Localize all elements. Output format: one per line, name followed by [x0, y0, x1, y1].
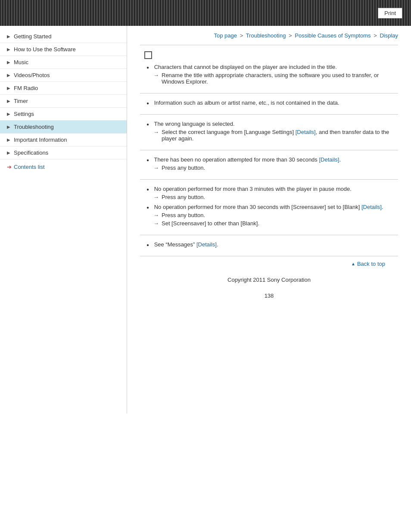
- bullet-text: There has been no operation attempted fo…: [154, 156, 341, 163]
- sidebar-item-settings[interactable]: ▶ Settings: [0, 108, 127, 121]
- section-1: Characters that cannot be displayed on t…: [140, 45, 398, 93]
- breadcrumb: Top page > Troubleshooting > Possible Ca…: [140, 30, 398, 39]
- breadcrumb-display[interactable]: Display: [380, 32, 398, 39]
- arrow-icon: ▶: [7, 124, 10, 129]
- list-item: Characters that cannot be displayed on t…: [144, 64, 398, 85]
- arrow-point: Press any button.: [153, 165, 398, 171]
- details-link[interactable]: [Details]: [319, 156, 339, 163]
- bullet-text: No operation performed for more than 3 m…: [154, 186, 352, 192]
- print-button[interactable]: Print: [378, 8, 402, 19]
- section-4: There has been no operation attempted fo…: [140, 150, 398, 179]
- list-item: Information such as album or artist name…: [144, 100, 398, 106]
- arrow-point-text: Set [Screensaver] to other than [Blank].: [162, 220, 259, 227]
- footer-bar: Back to top: [140, 256, 398, 271]
- section-icon: [144, 51, 152, 59]
- details-link[interactable]: [Details]: [296, 129, 316, 135]
- arrow-point-text: Press any button.: [162, 212, 205, 218]
- sidebar-item-label: Troubleshooting: [14, 124, 54, 130]
- sidebar-item-music[interactable]: ▶ Music: [0, 56, 127, 69]
- bullet-list: The wrong language is selected. Select t…: [144, 121, 398, 142]
- bullet-text: Characters that cannot be displayed on t…: [154, 64, 337, 70]
- main-content: Top page > Troubleshooting > Possible Ca…: [127, 26, 411, 414]
- details-link[interactable]: [Details]: [196, 241, 217, 248]
- sidebar-item-label: FM Radio: [14, 85, 38, 91]
- arrow-point-3: Set [Screensaver] to other than [Blank].: [153, 220, 398, 227]
- bullet-text: See “Messages” [Details].: [154, 241, 218, 248]
- arrow-icon: ▶: [7, 86, 10, 90]
- section-3: The wrong language is selected. Select t…: [140, 114, 398, 150]
- sidebar-item-label: How to Use the Software: [14, 46, 76, 53]
- bullet-text: The wrong language is selected.: [154, 121, 234, 127]
- breadcrumb-sep1: >: [240, 32, 243, 39]
- sidebar-item-how-to-use[interactable]: ▶ How to Use the Software: [0, 43, 127, 56]
- contents-list-arrow-icon: ➔: [7, 164, 12, 170]
- sidebar-item-label: Important Information: [14, 137, 67, 143]
- list-item: The wrong language is selected. Select t…: [144, 121, 398, 142]
- sidebar-item-specifications[interactable]: ▶ Specifications: [0, 146, 127, 159]
- sidebar-item-label: Videos/Photos: [14, 72, 50, 78]
- bullet-list: See “Messages” [Details].: [144, 241, 398, 248]
- sidebar-item-label: Getting Started: [14, 33, 51, 40]
- arrow-point-text: Press any button.: [162, 165, 205, 171]
- arrow-icon: ▶: [7, 73, 10, 78]
- arrow-icon: ▶: [7, 137, 10, 142]
- sidebar-item-label: Timer: [14, 98, 28, 104]
- arrow-icon: ▶: [7, 47, 10, 52]
- arrow-icon: ▶: [7, 150, 10, 155]
- arrow-point-text: Select the correct language from [Langua…: [162, 129, 398, 142]
- breadcrumb-top-page[interactable]: Top page: [214, 32, 237, 39]
- list-item: See “Messages” [Details].: [144, 241, 398, 248]
- page-number: 138: [140, 288, 398, 303]
- contents-list-link[interactable]: ➔ Contents list: [0, 159, 127, 173]
- arrow-point-text: Rename the title with appropriate charac…: [162, 72, 398, 85]
- sidebar-item-fm-radio[interactable]: ▶ FM Radio: [0, 82, 127, 95]
- bullet-list: Information such as album or artist name…: [144, 100, 398, 106]
- bullet-list: Characters that cannot be displayed on t…: [144, 64, 398, 85]
- breadcrumb-troubleshooting[interactable]: Troubleshooting: [246, 32, 286, 39]
- arrow-point-2: Press any button.: [153, 212, 398, 218]
- sidebar: ▶ Getting Started ▶ How to Use the Softw…: [0, 26, 127, 414]
- arrow-icon: ▶: [7, 34, 10, 39]
- arrow-point-text: Press any button.: [162, 194, 205, 200]
- sidebar-item-timer[interactable]: ▶ Timer: [0, 95, 127, 108]
- breadcrumb-sep2: >: [289, 32, 292, 39]
- sidebar-item-label: Settings: [14, 111, 34, 117]
- sidebar-item-troubleshooting[interactable]: ▶ Troubleshooting: [0, 121, 127, 134]
- breadcrumb-possible-causes[interactable]: Possible Causes of Symptoms: [295, 32, 371, 39]
- sidebar-item-videos-photos[interactable]: ▶ Videos/Photos: [0, 69, 127, 82]
- arrow-point: Select the correct language from [Langua…: [153, 129, 398, 142]
- section-6: See “Messages” [Details].: [140, 235, 398, 256]
- list-item: No operation performed for more than 30 …: [144, 204, 398, 227]
- contents-list-label: Contents list: [14, 164, 45, 170]
- sidebar-item-getting-started[interactable]: ▶ Getting Started: [0, 30, 127, 43]
- header-bar: Print: [0, 0, 411, 26]
- section-2: Information such as album or artist name…: [140, 93, 398, 114]
- arrow-point: Rename the title with appropriate charac…: [153, 72, 398, 85]
- page-layout: ▶ Getting Started ▶ How to Use the Softw…: [0, 26, 411, 414]
- bullet-text: No operation performed for more than 30 …: [154, 204, 383, 210]
- back-to-top-link[interactable]: Back to top: [351, 261, 385, 267]
- bullet-list: There has been no operation attempted fo…: [144, 156, 398, 171]
- list-item: No operation performed for more than 3 m…: [144, 186, 398, 200]
- arrow-point-1: Press any button.: [153, 194, 398, 200]
- arrow-icon: ▶: [7, 99, 10, 103]
- bullet-list: No operation performed for more than 3 m…: [144, 186, 398, 227]
- sidebar-item-important-information[interactable]: ▶ Important Information: [0, 134, 127, 146]
- list-item: There has been no operation attempted fo…: [144, 156, 398, 171]
- sidebar-item-label: Specifications: [14, 149, 48, 156]
- arrow-icon: ▶: [7, 112, 10, 116]
- arrow-icon: ▶: [7, 60, 10, 65]
- breadcrumb-sep3: >: [374, 32, 377, 39]
- bullet-text: Information such as album or artist name…: [154, 100, 339, 106]
- section-5: No operation performed for more than 3 m…: [140, 179, 398, 235]
- copyright-text: Copyright 2011 Sony Corporation: [140, 271, 398, 288]
- sidebar-item-label: Music: [14, 59, 28, 65]
- details-link[interactable]: [Details]: [361, 204, 382, 210]
